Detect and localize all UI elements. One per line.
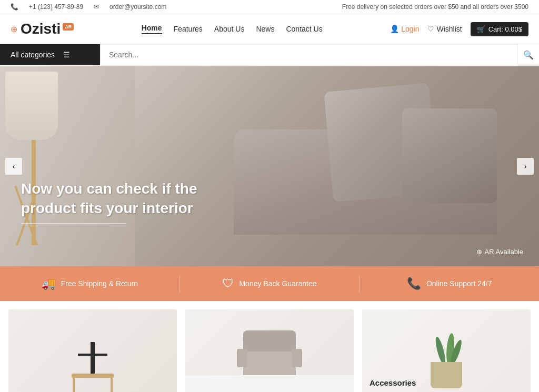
feature-support: 📞 Online Support 24/7 [360,275,539,293]
email-address: order@yoursite.com [109,3,166,11]
main-nav: Home Features About Us News Contact Us [142,24,323,34]
logo-ar-badge: AR [63,23,74,31]
hero-background [0,66,539,266]
hero-banner: Now you can check if the product fits yo… [0,66,539,266]
nav-features[interactable]: Features [174,25,203,33]
nav-home[interactable]: Home [142,24,162,34]
login-button[interactable]: 👤 Login [390,25,419,33]
chair-leg-right [111,378,113,392]
shipping-label: Free Shipping & Return [61,279,138,288]
plant-leaf-1 [434,336,447,365]
top-bar: 📞 +1 (123) 457-89-89 ✉ order@yoursite.co… [0,0,539,14]
feature-shipping: 🚚 Free Shipping & Return [0,275,180,293]
categories-label: All categories [11,51,55,59]
support-label: Online Support 24/7 [426,279,492,288]
email-icon: ✉ [94,3,99,11]
chair-seat [72,374,114,378]
feature-moneyback: 🛡 Money Back Guarantee [180,275,360,293]
sofa-scene [135,66,539,266]
search-input[interactable] [109,51,509,59]
categories-button[interactable]: All categories ☰ [0,44,100,65]
hero-text: Now you can check if the product fits yo… [21,179,205,224]
product-card-label-accessories: Accessories [370,378,416,387]
chair-scene [8,309,177,392]
header: ⊕ Ozisti AR Home Features About Us News … [0,14,539,44]
shipping-icon: 🚚 [42,277,56,290]
moneyback-label: Money Back Guarantee [239,279,316,288]
wishlist-button[interactable]: ♡ Wishlist [427,25,462,33]
wishlist-label: Wishlist [436,25,462,33]
phone-number: +1 (123) 457-89-89 [29,3,83,11]
plant-pot [431,362,462,388]
hamburger-icon: ☰ [63,51,70,59]
cart-icon: 🛒 [477,25,485,33]
heart-icon: ♡ [427,25,434,33]
sofa-cushion-2 [402,108,497,203]
top-bar-left: 📞 +1 (123) 457-89-89 ✉ order@yoursite.co… [11,3,166,11]
search-submit-button[interactable]: 🔍 [518,44,539,65]
product-card-accessories[interactable]: Accessories [362,309,531,392]
cart-button[interactable]: 🛒 Cart: 0.00$ [471,22,528,36]
chair-leg-left [73,378,75,392]
cart-label: Cart: 0.00$ [488,25,522,33]
logo-ar-icon: ⊕ [11,24,17,34]
nav-contact[interactable]: Contact Us [286,25,322,33]
slider-prev-button[interactable]: ‹ [5,158,22,175]
nav-about[interactable]: About Us [214,25,245,33]
product-card-chair[interactable] [8,309,177,392]
products-section: Accessories [0,301,539,392]
logo[interactable]: ⊕ Ozisti AR [11,21,74,37]
login-icon: 👤 [390,25,399,33]
product-card-armchair[interactable] [185,309,354,392]
login-label: Login [401,25,419,33]
armchair-arm-left [237,349,247,367]
ar-label: AR Available [485,248,523,256]
logo-text: Ozisti [21,21,61,37]
chair-back [91,342,95,374]
phone-icon: 📞 [11,3,18,11]
shield-icon: 🛡 [222,277,234,290]
search-input-wrap [100,44,518,65]
ar-badge: ⊕ AR Available [476,248,523,256]
armchair-arm-right [292,349,302,367]
support-icon: 📞 [407,277,421,290]
ar-icon: ⊕ [476,248,482,256]
lamp-shade [5,72,58,140]
promo-text: Free delivery on selected orders over $5… [342,3,528,11]
hero-divider [21,223,126,224]
nav-news[interactable]: News [256,25,274,33]
nav-actions: 👤 Login ♡ Wishlist 🛒 Cart: 0.00$ [390,22,528,36]
slider-next-button[interactable]: › [517,158,534,175]
hero-headline: Now you can check if the product fits yo… [21,179,205,218]
features-bar: 🚚 Free Shipping & Return 🛡 Money Back Gu… [0,266,539,301]
search-bar: All categories ☰ 🔍 [0,44,539,66]
